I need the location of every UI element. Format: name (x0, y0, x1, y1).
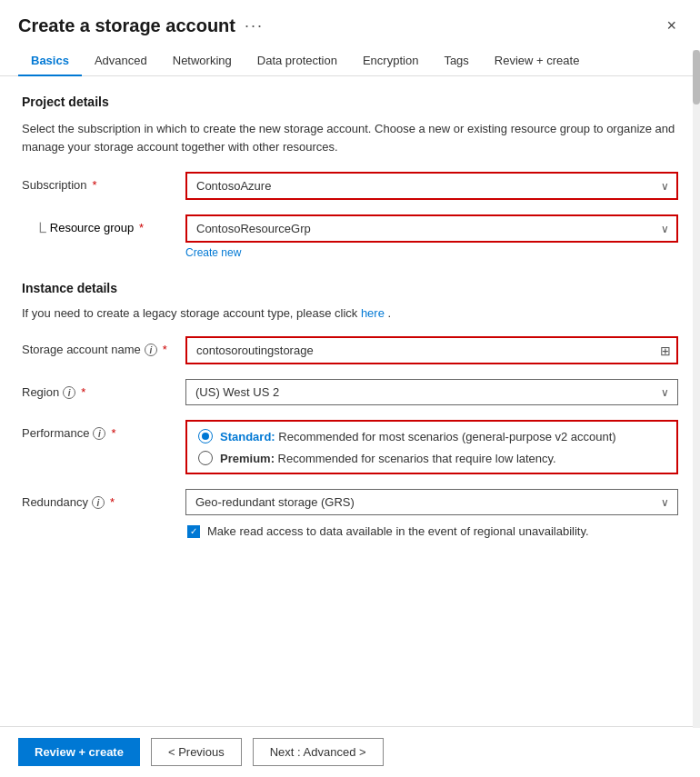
instance-details-title: Instance details (22, 281, 678, 295)
performance-radio-group: Standard: Recommended for most scenarios… (198, 429, 665, 465)
create-storage-dialog: Create a storage account ··· × Basics Ad… (0, 0, 700, 777)
resource-group-required: * (139, 221, 144, 234)
region-select-wrap: (US) West US 2 (US) East US (US) East US… (185, 379, 678, 405)
region-control: (US) West US 2 (US) East US (US) East US… (185, 379, 678, 405)
redundancy-label: Redundancy i * (22, 489, 185, 509)
storage-name-info-icon[interactable]: i (145, 344, 157, 356)
tab-data-protection[interactable]: Data protection (245, 46, 350, 76)
main-content: Project details Select the subscription … (0, 76, 700, 726)
premium-desc: Recommended for scenarios that require l… (278, 452, 556, 465)
standard-desc: Recommended for most scenarios (general-… (278, 430, 615, 443)
standard-label: Standard: Recommended for most scenarios… (220, 430, 616, 443)
instance-details-desc: If you need to create a legacy storage a… (22, 306, 678, 320)
read-access-checkbox[interactable]: ✓ (187, 525, 200, 538)
region-label: Region i * (22, 379, 185, 399)
storage-account-name-input[interactable] (185, 336, 678, 364)
region-select[interactable]: (US) West US 2 (US) East US (US) East US… (185, 379, 678, 405)
storage-account-name-row: Storage account name i * ⊞ (22, 336, 678, 364)
redundancy-row: Redundancy i * Geo-redundant storage (GR… (22, 489, 678, 538)
next-button[interactable]: Next : Advanced > (253, 738, 384, 766)
redundancy-info-icon[interactable]: i (92, 496, 105, 509)
scrollbar-track[interactable] (693, 50, 700, 728)
project-details-desc: Select the subscription in which to crea… (22, 120, 678, 155)
dialog-title: Create a storage account (18, 15, 235, 36)
subscription-control: ContosoAzure Pay-As-You-Go ∨ (185, 172, 678, 200)
resource-group-label: Resource group * (50, 221, 144, 234)
premium-label: Premium: Recommended for scenarios that … (220, 452, 556, 465)
review-create-button[interactable]: Review + create (18, 738, 140, 766)
storage-name-edit-icon: ⊞ (660, 344, 671, 358)
close-button[interactable]: × (661, 15, 682, 37)
redundancy-required: * (110, 495, 115, 509)
indent-symbol: └ (22, 221, 46, 244)
resource-group-select-wrap: ContosoResourceGrp Create new ∨ (185, 214, 678, 243)
resource-group-label-wrap: └ Resource group * (22, 214, 185, 244)
subscription-select-wrap: ContosoAzure Pay-As-You-Go ∨ (185, 172, 678, 200)
subscription-label: Subscription * (22, 172, 185, 192)
checkbox-check-icon: ✓ (190, 527, 197, 536)
premium-radio-button[interactable] (198, 451, 213, 465)
resource-group-row: └ Resource group * ContosoResourceGrp Cr… (22, 214, 678, 259)
title-row: Create a storage account ··· (18, 15, 264, 36)
region-info-icon[interactable]: i (63, 386, 75, 399)
subscription-required: * (93, 178, 97, 192)
tab-review-create[interactable]: Review + create (482, 46, 593, 76)
storage-account-name-label: Storage account name i * (22, 336, 185, 356)
standard-radio-button[interactable] (198, 429, 213, 443)
create-new-link[interactable]: Create new (185, 246, 241, 259)
storage-name-input-wrap: ⊞ (185, 336, 678, 364)
performance-label: Performance i * (22, 420, 185, 440)
region-row: Region i * (US) West US 2 (US) East US (… (22, 379, 678, 405)
performance-required: * (111, 426, 115, 440)
dialog-dots: ··· (245, 16, 264, 35)
tab-encryption[interactable]: Encryption (350, 46, 431, 76)
redundancy-control: Geo-redundant storage (GRS) Locally-redu… (185, 489, 678, 538)
performance-premium-option[interactable]: Premium: Recommended for scenarios that … (198, 451, 665, 465)
tab-advanced[interactable]: Advanced (82, 46, 160, 76)
legacy-here-link[interactable]: here (361, 306, 385, 320)
scrollbar-thumb[interactable] (693, 50, 700, 105)
read-access-checkbox-label: Make read access to data available in th… (207, 524, 589, 538)
standard-bold-label: Standard: (220, 430, 275, 443)
storage-account-name-control: ⊞ (185, 336, 678, 364)
performance-standard-option[interactable]: Standard: Recommended for most scenarios… (198, 429, 665, 443)
resource-group-control: ContosoResourceGrp Create new ∨ Create n… (185, 214, 678, 259)
tab-basics[interactable]: Basics (18, 46, 82, 76)
performance-control: Standard: Recommended for most scenarios… (185, 420, 678, 474)
performance-info-icon[interactable]: i (93, 427, 105, 440)
premium-bold-label: Premium: (220, 452, 275, 465)
project-details-title: Project details (22, 95, 678, 109)
subscription-row: Subscription * ContosoAzure Pay-As-You-G… (22, 172, 678, 200)
standard-radio-dot (202, 433, 209, 440)
tab-bar: Basics Advanced Networking Data protecti… (0, 37, 700, 76)
footer: Review + create < Previous Next : Advanc… (0, 726, 700, 777)
previous-button[interactable]: < Previous (151, 738, 242, 766)
performance-options-box: Standard: Recommended for most scenarios… (185, 420, 678, 474)
subscription-select[interactable]: ContosoAzure Pay-As-You-Go (185, 172, 678, 200)
tab-tags[interactable]: Tags (431, 46, 481, 76)
redundancy-select[interactable]: Geo-redundant storage (GRS) Locally-redu… (185, 489, 678, 515)
redundancy-select-wrap: Geo-redundant storage (GRS) Locally-redu… (185, 489, 678, 515)
dialog-header: Create a storage account ··· × (0, 0, 700, 37)
region-required: * (81, 385, 85, 399)
resource-group-select[interactable]: ContosoResourceGrp Create new (185, 214, 678, 243)
storage-name-required: * (163, 343, 167, 356)
redundancy-checkbox-row: ✓ Make read access to data available in … (185, 524, 678, 538)
tab-networking[interactable]: Networking (160, 46, 245, 76)
performance-row: Performance i * Standard: Rec (22, 420, 678, 474)
